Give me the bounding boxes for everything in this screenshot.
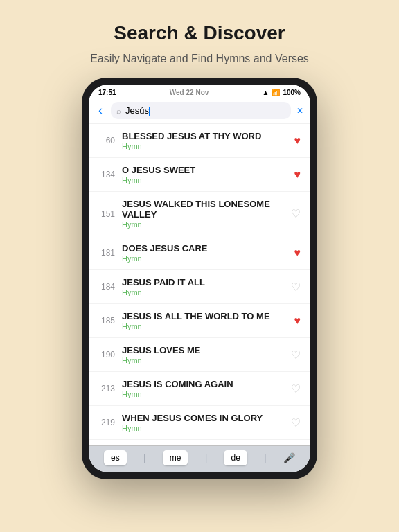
hymn-type: Hymn [122, 288, 284, 296]
list-item[interactable]: 190JESUS LOVES MEHymn♡ [89, 338, 310, 372]
favorite-button[interactable]: ♥ [294, 168, 301, 181]
signal-icon: ▲ [263, 89, 269, 96]
wifi-icon: 📶 [272, 89, 280, 96]
kb-divider-2: | [205, 452, 208, 463]
hymn-name: JESUS PAID IT ALL [122, 277, 284, 287]
kb-key-de[interactable]: de [224, 450, 247, 466]
status-bar: 17:51 Wed 22 Nov ▲ 📶 100% [89, 85, 310, 98]
hymn-number: 60 [98, 136, 115, 145]
favorite-button[interactable]: ♡ [291, 281, 301, 294]
favorite-button[interactable]: ♡ [291, 348, 301, 362]
favorite-button[interactable]: ♥ [294, 314, 301, 327]
hymn-info: BLESSED JESUS AT THY WORDHymn [122, 131, 287, 150]
list-item[interactable]: 181DOES JESUS CAREHymn♥ [89, 236, 310, 270]
device-frame: 17:51 Wed 22 Nov ▲ 📶 100% ‹ ⌕ Jesús ✕ 60… [82, 78, 317, 479]
hymn-list[interactable]: 60BLESSED JESUS AT THY WORDHymn♥134O JES… [89, 124, 310, 445]
hymn-info: O JESUS SWEETHymn [122, 165, 287, 184]
search-input-wrapper[interactable]: ⌕ Jesús [111, 102, 291, 119]
hymn-name: O JESUS SWEET [122, 165, 287, 175]
hymn-info: JESUS IS ALL THE WORLD TO MEHymn [122, 311, 287, 330]
hymn-name: DOES JESUS CARE [122, 243, 287, 254]
hymn-name: JESUS IS COMING AGAIN [122, 379, 284, 389]
hymn-info: JESUS PAID IT ALLHymn [122, 277, 284, 296]
search-input[interactable]: Jesús [125, 105, 285, 116]
hymn-number: 219 [98, 418, 115, 427]
hymn-number: 181 [98, 248, 115, 258]
kb-key-es[interactable]: es [104, 450, 127, 466]
search-bar: ‹ ⌕ Jesús ✕ [89, 98, 310, 124]
hymn-number: 134 [98, 170, 115, 179]
hymn-number: 213 [98, 384, 115, 393]
microphone-icon[interactable]: 🎤 [283, 452, 295, 463]
list-item[interactable]: 151JESUS WALKED THIS LONESOME VALLEYHymn… [89, 192, 310, 236]
hymn-type: Hymn [122, 424, 284, 432]
hymn-info: JESUS LOVES MEHymn [122, 345, 284, 364]
status-time: 17:51 [98, 89, 116, 96]
favorite-button[interactable]: ♥ [294, 247, 301, 259]
kb-divider-1: | [143, 452, 146, 463]
hymn-type: Hymn [122, 142, 287, 150]
hymn-name: WHEN JESUS COMES IN GLORY [122, 413, 284, 423]
favorite-button[interactable]: ♥ [294, 134, 301, 147]
hymn-info: DOES JESUS CAREHymn [122, 243, 287, 263]
list-item[interactable]: 185JESUS IS ALL THE WORLD TO MEHymn♥ [89, 304, 310, 338]
text-cursor [149, 107, 150, 116]
hymn-type: Hymn [122, 176, 287, 184]
hymn-info: JESUS IS COMING AGAINHymn [122, 379, 284, 398]
clear-button[interactable]: ✕ [296, 106, 303, 116]
back-button[interactable]: ‹ [96, 102, 105, 119]
hymn-type: Hymn [122, 322, 287, 330]
hymn-type: Hymn [122, 254, 287, 263]
hymn-type: Hymn [122, 390, 284, 398]
battery-indicator: 100% [283, 89, 301, 96]
hymn-name: JESUS WALKED THIS LONESOME VALLEY [122, 199, 284, 220]
hymn-number: 184 [98, 282, 115, 292]
list-item[interactable]: 184JESUS PAID IT ALLHymn♡ [89, 270, 310, 304]
list-item[interactable]: 213JESUS IS COMING AGAINHymn♡ [89, 372, 310, 406]
favorite-button[interactable]: ♡ [291, 416, 301, 429]
hymn-name: JESUS LOVES ME [122, 345, 284, 355]
favorite-button[interactable]: ♡ [291, 382, 301, 396]
page-title: Search & Discover [90, 22, 309, 44]
list-item[interactable]: 227JESUS SHALL REIGNHymn♡ [89, 440, 310, 445]
hymn-name: JESUS IS ALL THE WORLD TO ME [122, 311, 287, 321]
search-icon: ⌕ [116, 107, 121, 115]
page-subtitle: Easily Navigate and Find Hymns and Verse… [90, 51, 309, 66]
hymn-type: Hymn [122, 220, 284, 229]
status-date: Wed 22 Nov [170, 89, 209, 96]
hymn-number: 185 [98, 316, 115, 326]
page-header: Search & Discover Easily Navigate and Fi… [62, 0, 337, 78]
list-item[interactable]: 60BLESSED JESUS AT THY WORDHymn♥ [89, 124, 310, 158]
kb-key-me[interactable]: me [163, 450, 188, 466]
hymn-number: 151 [98, 209, 115, 219]
kb-divider-3: | [264, 452, 267, 463]
hymn-name: BLESSED JESUS AT THY WORD [122, 131, 287, 141]
device-screen: 17:51 Wed 22 Nov ▲ 📶 100% ‹ ⌕ Jesús ✕ 60… [89, 85, 310, 472]
list-item[interactable]: 219WHEN JESUS COMES IN GLORYHymn♡ [89, 406, 310, 440]
hymn-number: 190 [98, 350, 115, 360]
keyboard-bar: es | me | de | 🎤 [89, 445, 310, 472]
hymn-type: Hymn [122, 356, 284, 364]
hymn-info: WHEN JESUS COMES IN GLORYHymn [122, 413, 284, 432]
hymn-info: JESUS WALKED THIS LONESOME VALLEYHymn [122, 199, 284, 229]
list-item[interactable]: 134O JESUS SWEETHymn♥ [89, 158, 310, 192]
favorite-button[interactable]: ♡ [291, 207, 301, 220]
status-indicators: ▲ 📶 100% [263, 89, 301, 96]
